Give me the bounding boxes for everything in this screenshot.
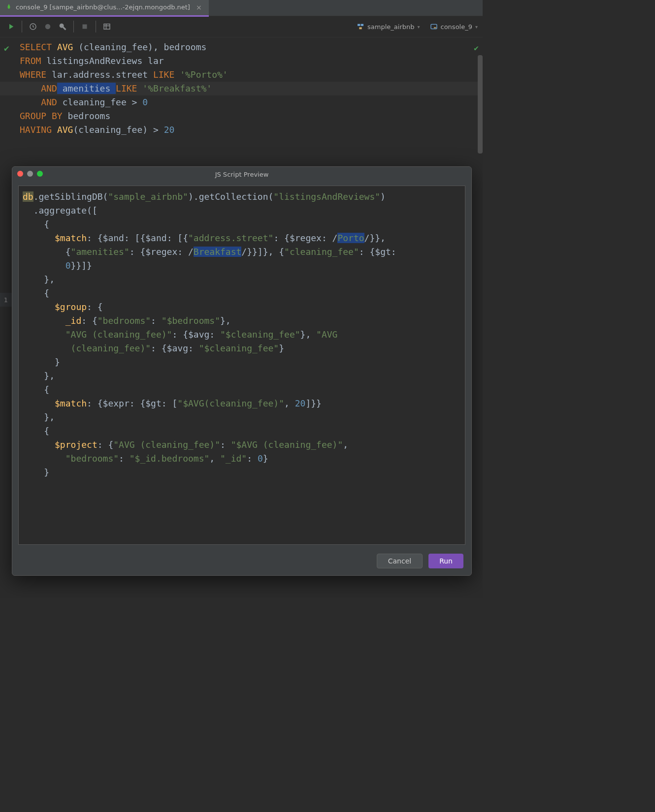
js-preview-dialog: JS Script Preview db.getSiblingDB("sampl… [12,166,472,576]
separator [22,21,22,32]
separator [96,21,96,32]
inspection-check-icon: ✔ [474,41,479,55]
window-controls[interactable] [17,171,43,177]
svg-rect-8 [434,27,436,28]
dialog-buttons: Cancel Run [12,549,471,575]
mongodb-leaf-icon [6,3,12,11]
stop-icon[interactable] [79,21,91,32]
chevron-down-icon: ▾ [417,24,420,30]
gutter-check-icon: ✔ [4,41,9,55]
console-icon [430,23,438,31]
close-window-icon[interactable] [17,171,23,177]
history-icon[interactable] [27,21,39,32]
transaction-icon[interactable] [42,21,54,32]
svg-rect-4 [358,24,360,26]
result-row-number: 1 [0,293,12,307]
table-icon[interactable] [101,21,113,32]
js-preview-editor[interactable]: db.getSiblingDB("sample_airbnb").getColl… [18,186,465,545]
dialog-titlebar[interactable]: JS Script Preview [12,167,471,182]
editor-tab[interactable]: console_9 [sampe_airbnb@clus...-2ejqn.mo… [0,0,209,17]
schema-label: sample_airbnb [367,23,414,31]
toolbar: sample_airbnb ▾ console_9 ▾ [0,16,483,37]
run-button[interactable] [5,21,17,32]
tab-bar: console_9 [sampe_airbnb@clus...-2ejqn.mo… [0,0,483,16]
svg-rect-6 [359,27,361,29]
cancel-button[interactable]: Cancel [377,554,423,568]
sql-editor[interactable]: ✔ ✔ SELECT AVG (cleaning_fee), bedrooms … [0,37,483,137]
chevron-down-icon: ▾ [475,24,478,30]
dialog-title: JS Script Preview [215,171,269,178]
wrench-icon[interactable] [57,21,68,32]
zoom-window-icon[interactable] [37,171,43,177]
svg-rect-3 [104,24,110,30]
console-label: console_9 [441,23,472,31]
schema-icon [357,23,364,31]
close-icon[interactable]: × [196,3,202,11]
minimize-window-icon [27,171,33,177]
tab-title: console_9 [sampe_airbnb@clus...-2ejqn.mo… [16,3,190,11]
schema-breadcrumb[interactable]: sample_airbnb ▾ [357,23,420,31]
svg-point-1 [45,24,51,30]
run-button[interactable]: Run [428,554,463,568]
scrollbar[interactable] [478,55,483,154]
separator [73,21,74,32]
svg-rect-5 [361,24,363,26]
svg-rect-2 [83,25,87,29]
console-breadcrumb[interactable]: console_9 ▾ [430,23,478,31]
